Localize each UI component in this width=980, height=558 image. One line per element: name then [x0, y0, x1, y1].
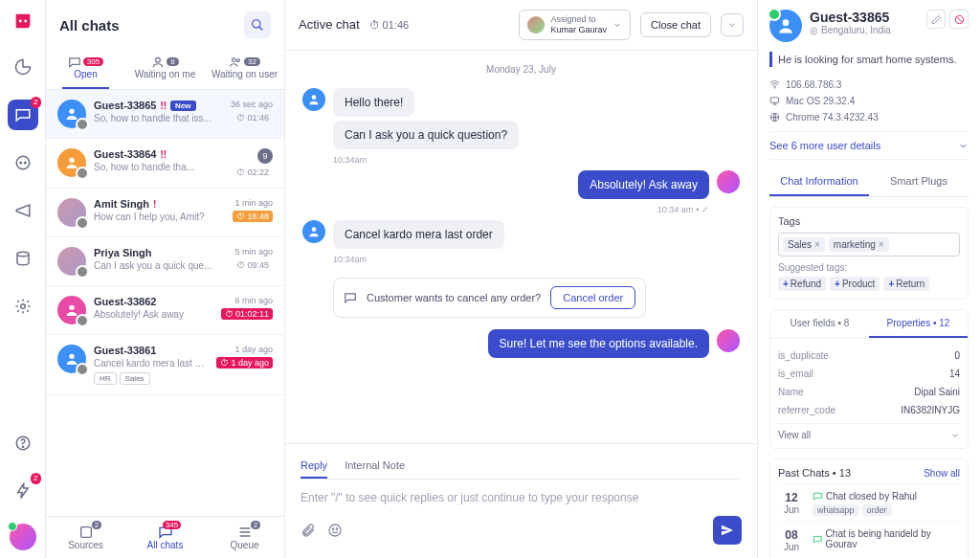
agent-avatar-icon: [717, 170, 740, 193]
chat-item[interactable]: Guest-33861 Cancel kardo mera last order…: [46, 335, 284, 395]
chat-icon: [813, 491, 823, 502]
settings-icon[interactable]: [8, 291, 38, 322]
composer: Reply Internal Note: [285, 443, 757, 558]
tag-chip: marketing×: [829, 237, 889, 252]
bolt-icon[interactable]: 2: [8, 476, 38, 506]
past-chat-item[interactable]: 12Jun Chat closed by Rahul whatsapporder: [778, 484, 960, 522]
info-panel: Guest-33865 ◎ Bengaluru, India He is loo…: [758, 0, 980, 558]
svg-point-21: [332, 528, 333, 529]
nav-sources[interactable]: 2 Sources: [46, 517, 125, 558]
emoji-icon[interactable]: [327, 523, 343, 538]
meta-ip: 106.68.786.3: [769, 79, 969, 90]
tab-chat-info[interactable]: Chat Information: [769, 167, 869, 196]
user-avatar[interactable]: [10, 524, 36, 550]
suggested-tag[interactable]: +Refund: [778, 277, 826, 291]
tag-remove[interactable]: ×: [814, 239, 820, 250]
tab-reply[interactable]: Reply: [301, 454, 327, 479]
tab-smart-plugs[interactable]: Smart Plugs: [869, 167, 969, 196]
assignee-dropdown[interactable]: Assigned toKumar Gaurav: [519, 10, 631, 40]
tab-waiting-user[interactable]: 32 Waiting on user: [205, 50, 284, 89]
property-row: is_duplicate0: [778, 346, 960, 365]
svg-point-16: [69, 354, 74, 359]
send-button[interactable]: [713, 516, 742, 545]
svg-point-9: [253, 20, 260, 28]
close-chat-button[interactable]: Close chat: [640, 12, 711, 37]
svg-point-8: [22, 446, 23, 447]
nav-rail: 2 2: [0, 0, 46, 558]
tab-open[interactable]: 305 Open: [46, 50, 125, 89]
suggested-tag[interactable]: +Return: [883, 277, 929, 291]
tags-section: Tags Sales× marketing× Suggested tags: +…: [769, 207, 969, 300]
nav-queue[interactable]: 2 Queue: [205, 517, 284, 558]
message-time: 10:34am: [333, 255, 504, 264]
property-row: is_email14: [778, 365, 960, 383]
chat-header: Active chat ⏱ 01:46 Assigned toKumar Gau…: [285, 0, 757, 51]
svg-point-22: [336, 528, 337, 529]
edit-button[interactable]: [926, 10, 946, 29]
suggested-tag[interactable]: +Product: [830, 277, 880, 291]
assignee-avatar-icon: [527, 16, 545, 33]
message-bubble: Cancel kardo mera last order: [333, 220, 504, 249]
guest-avatar-icon: [302, 220, 325, 243]
campaigns-icon[interactable]: [8, 195, 38, 226]
chat-icon: [344, 291, 357, 304]
meta-os: Mac OS 29.32.4: [769, 96, 969, 106]
svg-rect-26: [770, 98, 778, 103]
database-icon[interactable]: [8, 243, 38, 274]
close-chat-menu[interactable]: [721, 13, 744, 36]
meta-browser: Chrome 74.3.4232.43: [769, 112, 969, 123]
agent-avatar-icon: [717, 329, 740, 352]
message-input[interactable]: [301, 480, 742, 516]
chat-items: Guest-33865!!New So, how to handle that …: [46, 90, 284, 516]
message-bubble: Hello there!: [333, 88, 414, 117]
svg-point-0: [18, 20, 21, 23]
cancel-order-button[interactable]: Cancel order: [550, 286, 635, 309]
chat-item[interactable]: Amit Singh! How can I help you, Amit? 1 …: [46, 189, 284, 237]
attach-icon[interactable]: [301, 523, 316, 538]
guest-avatar-icon: [57, 100, 86, 128]
wifi-icon: [769, 79, 780, 90]
block-button[interactable]: [949, 10, 969, 29]
chats-nav[interactable]: 2: [8, 100, 38, 130]
svg-point-4: [24, 162, 26, 164]
message-time: 10:34am: [333, 155, 519, 165]
svg-point-15: [69, 305, 74, 310]
help-icon[interactable]: [8, 428, 38, 458]
chat-item[interactable]: Guest-33865!!New So, how to handle that …: [46, 90, 284, 139]
more-details-link[interactable]: See 6 more user details: [769, 131, 969, 160]
svg-point-3: [20, 162, 22, 164]
nav-allchats[interactable]: 345 All chats: [125, 517, 205, 558]
bolt-badge: 2: [31, 473, 40, 484]
tag-remove[interactable]: ×: [879, 239, 884, 250]
view-all-properties[interactable]: View all: [778, 423, 960, 440]
tab-waiting-me[interactable]: 8 Waiting on me: [125, 50, 205, 89]
svg-rect-17: [80, 527, 91, 538]
chat-timer: ⏱ 01:46: [369, 19, 410, 31]
chat-item[interactable]: Guest-33862 Absolutely! Ask away 6 min a…: [46, 286, 284, 335]
globe-icon: [769, 112, 780, 123]
tags-input[interactable]: Sales× marketing×: [778, 233, 960, 257]
svg-point-1: [24, 20, 27, 23]
svg-point-23: [783, 19, 790, 26]
chevron-down-icon: [958, 141, 969, 151]
chat-title: Active chat: [299, 17, 360, 32]
svg-point-6: [20, 304, 25, 309]
search-button[interactable]: [244, 11, 271, 38]
active-chat-panel: Active chat ⏱ 01:46 Assigned toKumar Gau…: [285, 0, 758, 558]
contact-avatar-icon: [769, 10, 802, 42]
chat-item[interactable]: Guest-33864!! So, how to handle tha... 9…: [46, 139, 284, 189]
dashboard-icon[interactable]: [8, 52, 38, 82]
chat-item[interactable]: Priya Singh Can I ask you a quick que...…: [46, 237, 284, 286]
past-chat-item[interactable]: 08Jun Chat is being handeld by Gourav: [778, 522, 960, 558]
tab-internal-note[interactable]: Internal Note: [345, 454, 405, 479]
svg-point-25: [774, 87, 775, 88]
show-all-link[interactable]: Show all: [924, 468, 960, 479]
user-avatar-icon: [57, 247, 86, 276]
app-logo: [10, 8, 36, 34]
date-separator: Monday 23, July: [302, 64, 740, 75]
list-tabs: 305 Open 8 Waiting on me 32 Waiting on u…: [46, 50, 284, 90]
tab-properties[interactable]: Properties • 12: [869, 310, 968, 338]
tab-user-fields[interactable]: User fields • 8: [770, 310, 869, 338]
conversations-icon[interactable]: [8, 147, 38, 178]
svg-point-18: [312, 95, 317, 100]
